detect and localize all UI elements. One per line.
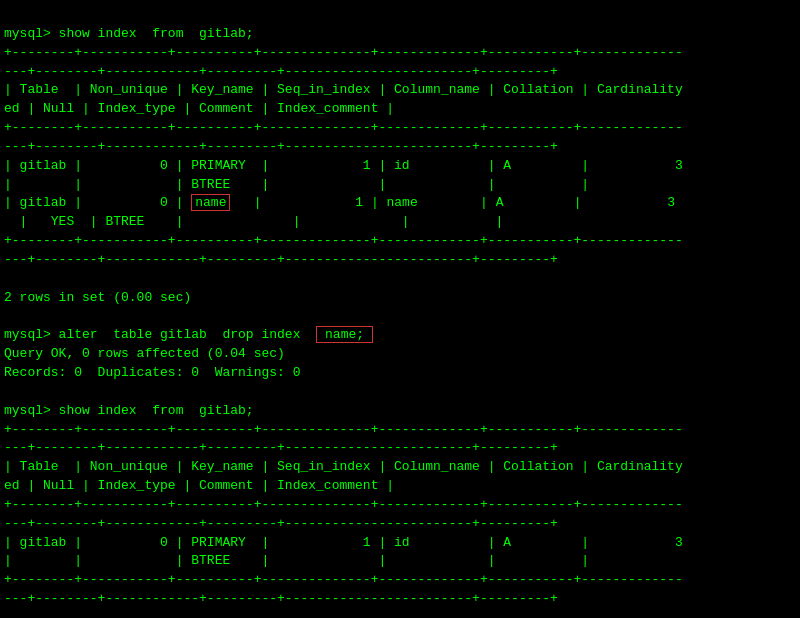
line-data1: | gitlab | 0 | PRIMARY | 1 | id | A | 3	[4, 535, 683, 550]
line-div6: ---+--------+------------+---------+----…	[4, 591, 558, 606]
line-data2: | | | BTREE | | | |	[4, 553, 589, 568]
line-show2: mysql> show index from gitlab;	[4, 403, 254, 418]
line-div3: +--------+-----------+----------+-------…	[4, 497, 683, 512]
line-alter: mysql> alter table gitlab drop index nam…	[4, 327, 375, 342]
line-header2: ed | Null | Index_type | Comment | Index…	[4, 478, 394, 493]
line-9: | | | BTREE | | | |	[4, 177, 589, 192]
line-header1: | Table | Non_unique | Key_name | Seq_in…	[4, 459, 683, 474]
line-div2: ---+--------+------------+---------+----…	[4, 440, 558, 455]
line-records: Records: 0 Duplicates: 0 Warnings: 0	[4, 365, 300, 380]
name-highlight-2: name;	[316, 326, 373, 343]
line-4: | Table | Non_unique | Key_name | Seq_in…	[4, 82, 683, 97]
line-div5: +--------+-----------+----------+-------…	[4, 572, 683, 587]
line-7: ---+--------+------------+---------+----…	[4, 139, 558, 154]
line-12: +--------+-----------+----------+-------…	[4, 233, 683, 248]
line-1: mysql> show index from gitlab;	[4, 26, 254, 41]
line-6: +--------+-----------+----------+-------…	[4, 120, 683, 135]
line-10: | gitlab | 0 | name | 1 | name | A | 3	[4, 194, 675, 211]
name-highlight-1: name	[191, 194, 230, 211]
line-2: +--------+-----------+----------+-------…	[4, 45, 683, 60]
line-3: ---+--------+------------+---------+----…	[4, 64, 558, 79]
line-query-ok: Query OK, 0 rows affected (0.04 sec)	[4, 346, 285, 361]
line-div4: ---+--------+------------+---------+----…	[4, 516, 558, 531]
line-div1: +--------+-----------+----------+-------…	[4, 422, 683, 437]
line-rows1: 2 rows in set (0.00 sec)	[4, 290, 191, 305]
line-13: ---+--------+------------+---------+----…	[4, 252, 558, 267]
terminal-window: mysql> show index from gitlab; +--------…	[0, 4, 800, 618]
line-5: ed | Null | Index_type | Comment | Index…	[4, 101, 394, 116]
line-8: | gitlab | 0 | PRIMARY | 1 | id | A | 3	[4, 158, 683, 173]
line-11: | YES | BTREE | | | |	[4, 214, 503, 229]
